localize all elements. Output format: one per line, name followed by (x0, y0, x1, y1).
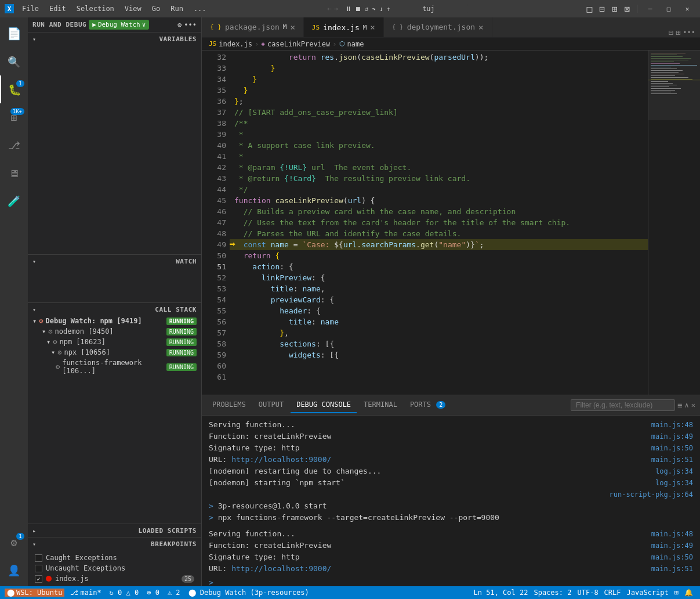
nav-forward-icon[interactable]: → (334, 5, 338, 13)
debug-settings-icon[interactable]: ⚙ (177, 21, 182, 29)
debug-controls-stop[interactable]: ⏹ (355, 5, 361, 13)
loaded-scripts-header[interactable]: ▸ LOADED SCRIPTS (28, 524, 201, 537)
console-link-1[interactable]: main.js:48 (651, 419, 693, 431)
panel-tab-ports[interactable]: PORTS 2 (404, 397, 451, 413)
status-spaces[interactable]: Spaces: 2 (531, 589, 574, 597)
split-editor-icon[interactable]: ⊟ (668, 28, 673, 37)
panel-tab-output[interactable]: OUTPUT (253, 397, 289, 413)
debug-controls-stepinto[interactable]: ↓ (379, 5, 383, 13)
tab-close-deployment[interactable]: × (478, 23, 483, 32)
more-actions-icon[interactable]: ••• (683, 28, 695, 37)
console-link-7[interactable]: run-script-pkg.js:64 (610, 489, 694, 500)
code-editor[interactable]: 3233343536 3738394041 4243444546 4748495… (202, 50, 648, 395)
call-stack-item-functions[interactable]: ⚙ functions-framework [106...] RUNNING (28, 358, 201, 376)
console-link-3[interactable]: main.js:50 (651, 442, 693, 454)
breadcrumb-class[interactable]: caseLinkPreview (267, 40, 330, 48)
panel-collapse-icon[interactable]: ∧ (685, 401, 689, 409)
layout-icon3[interactable]: ⊞ (610, 3, 620, 15)
tab-index-js[interactable]: JS index.js M × (304, 17, 384, 37)
call-stack-header[interactable]: ▾ CALL STACK (28, 303, 201, 316)
activity-testing[interactable]: 🧪 (0, 187, 28, 215)
activity-debug[interactable]: 🐛 1 (0, 75, 28, 103)
call-stack-item-npx[interactable]: ▾ ⚙ npx [10656] RUNNING (28, 347, 201, 358)
panel-close-icon[interactable]: ✕ (691, 401, 695, 409)
status-layout[interactable]: ⊞ (672, 589, 681, 597)
status-debug-watch[interactable]: ⬤ Debug Watch (3p-resources) (186, 589, 311, 597)
activity-explorer[interactable]: 📄 (0, 20, 28, 48)
panel-tab-terminal[interactable]: TERMINAL (358, 397, 403, 413)
debug-more-icon[interactable]: ••• (184, 21, 197, 29)
console-input[interactable] (216, 579, 693, 587)
breakpoint-indexjs[interactable]: ✓ index.js 25 (28, 573, 201, 584)
console-link-10[interactable]: main.js:48 (651, 528, 693, 540)
node-icon: ⚙ (48, 327, 52, 335)
call-stack-item-npm[interactable]: ▾ ⚙ npm [10623] RUNNING (28, 337, 201, 347)
debug-controls-restart[interactable]: ↺ (365, 5, 369, 13)
debug-run-button[interactable]: ▶ Debug Watch ∨ (89, 20, 149, 30)
breakpoints-header[interactable]: ▾ BREAKPOINTS (28, 537, 201, 550)
status-sync[interactable]: ↻ 0 △ 0 (107, 589, 142, 597)
layout-toggle-icon[interactable]: ⊞ (676, 28, 680, 37)
layout-icon[interactable]: □ (584, 3, 594, 15)
menu-view[interactable]: View (120, 3, 146, 14)
console-link-4[interactable]: main.js:51 (651, 454, 693, 466)
status-position[interactable]: Ln 51, Col 22 (471, 589, 531, 597)
activity-extensions[interactable]: ⊞ 1K+ (0, 103, 28, 131)
breadcrumb-var[interactable]: name (347, 40, 364, 48)
code-content[interactable]: return res.json(caseLinkPreview(parsedUr… (230, 50, 648, 395)
call-stack-group-1[interactable]: ▾ ⚙ Debug Watch: npm [9419] RUNNING (28, 316, 201, 326)
console-link-6[interactable]: log.js:34 (655, 477, 693, 489)
breadcrumb-file[interactable]: index.js (219, 40, 252, 48)
menu-run[interactable]: Run (166, 3, 188, 14)
menu-go[interactable]: Go (147, 3, 165, 14)
debug-controls-stepout[interactable]: ↑ (387, 5, 391, 13)
menu-file[interactable]: File (17, 3, 43, 14)
call-stack-item-nodemon[interactable]: ▾ ⚙ nodemon [9450] RUNNING (28, 326, 201, 337)
layout-icon4[interactable]: ⊠ (622, 3, 632, 15)
caught-checkbox[interactable] (35, 554, 42, 562)
minimize-button[interactable]: ─ (642, 3, 658, 15)
maximize-button[interactable]: □ (661, 3, 677, 15)
panel-tab-problems[interactable]: PROBLEMS (206, 397, 252, 413)
breakpoint-dot (46, 576, 52, 582)
debug-controls-pause[interactable]: ⏸ (345, 5, 351, 13)
tab-close-package[interactable]: × (290, 23, 295, 32)
close-button[interactable]: ✕ (679, 3, 695, 15)
console-link-11[interactable]: main.js:49 (651, 540, 693, 551)
status-bell[interactable]: 🔔 (682, 589, 695, 597)
console-link-13[interactable]: main.js:51 (651, 563, 693, 575)
panel-tab-debug-console[interactable]: DEBUG CONSOLE (291, 397, 357, 413)
tab-deployment-json[interactable]: { } deployment.json × (384, 17, 492, 37)
status-branch[interactable]: ⎇ main* (68, 589, 103, 597)
status-language[interactable]: JavaScript (625, 589, 671, 597)
activity-account[interactable]: 👤 (0, 556, 28, 584)
activity-remote[interactable]: 🖥 (0, 159, 28, 187)
nav-back-icon[interactable]: ← (327, 5, 331, 13)
activity-source-control[interactable]: ⎇ (0, 131, 28, 159)
breakpoint-caught[interactable]: Caught Exceptions (28, 553, 201, 563)
console-link-12[interactable]: main.js:50 (651, 551, 693, 563)
tab-package-json[interactable]: { } package.json M × (202, 17, 304, 37)
activity-settings[interactable]: ⚙ 1 (0, 528, 28, 556)
tab-close-index[interactable]: × (370, 23, 375, 32)
debug-controls-stepover[interactable]: ↷ (372, 5, 376, 13)
console-link-2[interactable]: main.js:49 (651, 431, 693, 442)
menu-edit[interactable]: Edit (45, 3, 71, 14)
status-line-ending[interactable]: CRLF (602, 589, 623, 597)
status-errors[interactable]: ⊗ 0 (144, 589, 162, 597)
console-link-5[interactable]: log.js:34 (655, 466, 693, 477)
breakpoint-uncaught[interactable]: Uncaught Exceptions (28, 563, 201, 573)
variables-header[interactable]: ▾ VARIABLES (28, 33, 201, 45)
indexjs-checkbox[interactable]: ✓ (35, 575, 42, 583)
uncaught-checkbox[interactable] (35, 565, 42, 572)
menu-more[interactable]: ... (189, 3, 211, 14)
status-warnings[interactable]: ⚠ 2 (165, 589, 183, 597)
layout-icon2[interactable]: ⊟ (597, 3, 607, 15)
status-debug[interactable]: ⬤ WSL: Ubuntu (5, 589, 64, 597)
watch-header[interactable]: ▾ WATCH (28, 255, 201, 268)
filter-input[interactable] (571, 399, 675, 411)
status-encoding[interactable]: UTF-8 (575, 589, 600, 597)
activity-search[interactable]: 🔍 (0, 48, 28, 75)
filter-list-icon[interactable]: ≡ (677, 400, 682, 410)
menu-selection[interactable]: Selection (72, 3, 119, 14)
